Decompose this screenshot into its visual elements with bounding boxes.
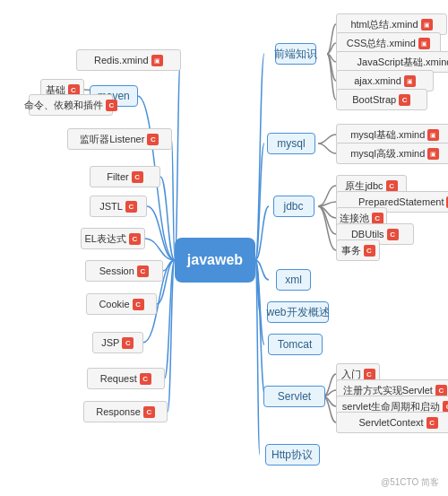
watermark: @51CTO 简客 [381, 476, 439, 489]
node-Request: RequestC [87, 368, 165, 389]
node-事务: 事务C [336, 239, 380, 261]
node-Tomcat: Tomcat [268, 334, 323, 355]
node-Cookie: CookieC [86, 293, 157, 315]
mindmap-container: javaweb前端知识html总结.xmind▣CSS总结.xmind▣Java… [0, 0, 448, 496]
node-Servlet: Servlet [263, 386, 325, 407]
node-Session: SessionC [85, 260, 163, 282]
node-web开发概述: web开发概述 [267, 301, 329, 323]
node-javaweb: javaweb [175, 238, 255, 283]
node-Http协议: Http协议 [265, 444, 320, 466]
node-Response: ResponseC [83, 401, 168, 422]
node-前端知识: 前端知识 [275, 43, 316, 65]
node-命令、依赖和插件: 命令、依赖和插件C [29, 94, 113, 116]
node-Redis.xmind: Redis.xmind▣ [76, 49, 181, 71]
node-mysql高级.xmind: mysql高级.xmind▣ [336, 143, 448, 164]
node-ServletContext: ServletContextC [336, 412, 448, 433]
node-mysql: mysql [267, 133, 315, 154]
node-xml: xml [276, 269, 311, 291]
node-JSTL: JSTLC [90, 196, 147, 217]
node-Filter: FilterC [90, 166, 160, 187]
node-EL表达式: EL表达式C [81, 228, 145, 249]
node-JSP: JSPC [92, 332, 143, 353]
node-jdbc: jdbc [273, 196, 314, 217]
node-BootStrap: BootStrapC [336, 89, 427, 110]
node-监听器Listener: 监听器ListenerC [67, 128, 172, 150]
